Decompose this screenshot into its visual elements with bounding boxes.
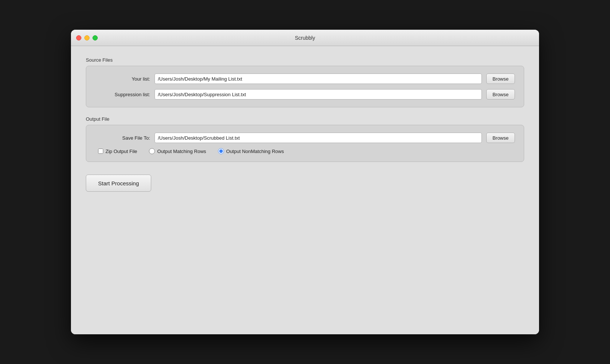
- minimize-button[interactable]: [84, 35, 90, 40]
- suppression-list-input[interactable]: [155, 89, 482, 100]
- suppression-list-row: Suppression list: Browse: [95, 89, 515, 100]
- suppression-list-browse-button[interactable]: Browse: [486, 89, 515, 100]
- your-list-input[interactable]: [155, 74, 482, 84]
- save-file-input[interactable]: [155, 133, 482, 143]
- window-title: Scrubbly: [295, 35, 315, 41]
- your-list-browse-button[interactable]: Browse: [486, 74, 515, 84]
- maximize-button[interactable]: [93, 35, 98, 40]
- output-file-section: Output File Save File To: Browse Zip Out…: [86, 116, 524, 162]
- titlebar: Scrubbly: [71, 30, 539, 46]
- zip-output-option[interactable]: Zip Output File: [98, 149, 137, 154]
- output-nonmatching-radio[interactable]: [218, 148, 224, 154]
- source-files-label: Source Files: [86, 57, 524, 63]
- output-matching-label: Output Matching Rows: [157, 149, 206, 154]
- app-window: Scrubbly Source Files Your list: Browse …: [71, 30, 539, 334]
- output-file-label: Output File: [86, 116, 524, 122]
- output-matching-option[interactable]: Output Matching Rows: [149, 148, 206, 154]
- source-files-section: Source Files Your list: Browse Suppressi…: [86, 57, 524, 107]
- options-row: Zip Output File Output Matching Rows Out…: [95, 148, 515, 154]
- traffic-lights: [76, 35, 98, 40]
- output-nonmatching-label: Output NonMatching Rows: [226, 149, 284, 154]
- source-files-box: Your list: Browse Suppression list: Brow…: [86, 66, 524, 107]
- output-matching-radio[interactable]: [149, 148, 155, 154]
- window-content: Source Files Your list: Browse Suppressi…: [71, 46, 539, 334]
- save-file-label: Save File To:: [95, 135, 155, 141]
- start-processing-button[interactable]: Start Processing: [86, 175, 151, 192]
- save-file-row: Save File To: Browse: [95, 133, 515, 143]
- close-button[interactable]: [76, 35, 81, 40]
- your-list-row: Your list: Browse: [95, 74, 515, 84]
- your-list-label: Your list:: [95, 76, 155, 82]
- output-nonmatching-option[interactable]: Output NonMatching Rows: [218, 148, 284, 154]
- zip-output-label: Zip Output File: [106, 149, 137, 154]
- save-file-browse-button[interactable]: Browse: [486, 133, 515, 143]
- output-file-box: Save File To: Browse Zip Output File Out…: [86, 125, 524, 162]
- zip-output-checkbox[interactable]: [98, 149, 103, 154]
- suppression-list-label: Suppression list:: [95, 92, 155, 97]
